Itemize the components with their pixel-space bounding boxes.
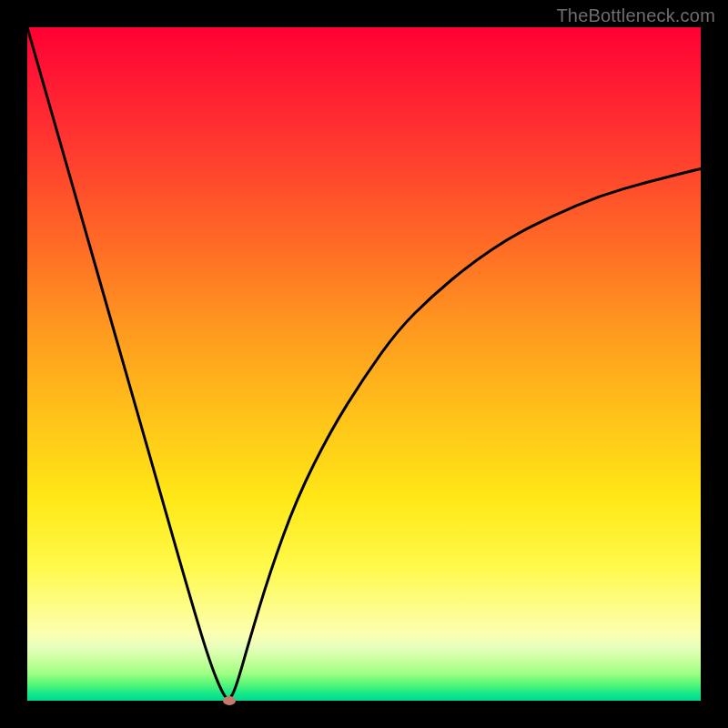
bottleneck-curve-svg — [27, 27, 701, 701]
chart-frame — [27, 27, 701, 701]
bottleneck-curve-path — [27, 27, 701, 699]
optimal-point-marker — [223, 696, 236, 705]
watermark-text: TheBottleneck.com — [556, 5, 715, 26]
